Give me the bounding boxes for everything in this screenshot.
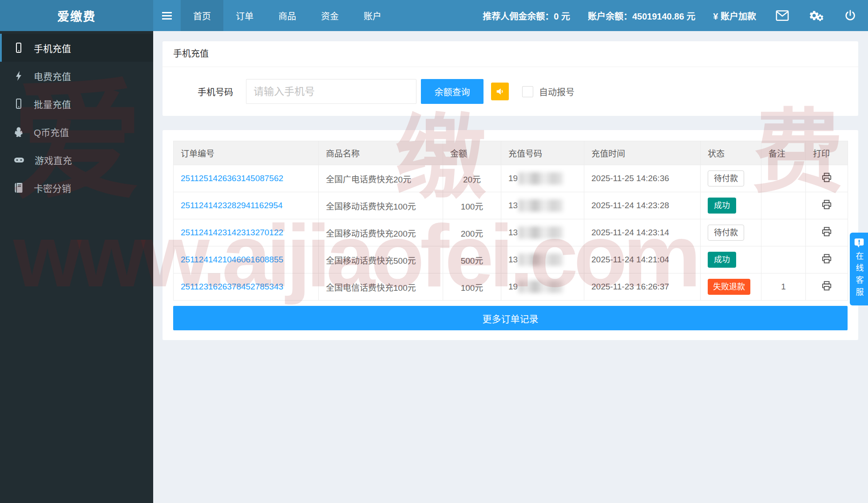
recharge-time: 2025-11-24 14:23:28 bbox=[584, 192, 701, 219]
remark bbox=[761, 192, 806, 219]
blurred-phone bbox=[519, 199, 563, 212]
order-id-link[interactable]: 2511241421046061608855 bbox=[181, 255, 283, 264]
order-id-link[interactable]: 2511241423142313270122 bbox=[181, 228, 283, 237]
print-button[interactable] bbox=[821, 253, 832, 265]
blurred-phone bbox=[519, 281, 563, 293]
recharge-phone-masked: 13 bbox=[508, 199, 563, 212]
main-menu: 首页 订单 商品 资金 账户 bbox=[181, 0, 394, 31]
column-header-amount: 金额 bbox=[443, 141, 501, 165]
sidebar-item-label: Q币充值 bbox=[34, 125, 69, 139]
print-button[interactable] bbox=[821, 172, 832, 183]
account-balance: 账户余额：45019140.86 元 bbox=[588, 9, 695, 22]
account-topup-link[interactable]: ¥ 账户加款 bbox=[713, 9, 756, 22]
blurred-phone bbox=[519, 226, 563, 239]
voice-announce-button[interactable] bbox=[491, 83, 509, 100]
nav-item-funds[interactable]: 资金 bbox=[309, 0, 351, 31]
recharge-form: 手机号码 余额查询 自动报号 bbox=[163, 67, 858, 116]
navbar-right: 推荐人佣金余额：0 元 账户余额：45019140.86 元 ¥ 账户加款 bbox=[465, 0, 868, 31]
product-name: 全国电信话费快充100元 bbox=[319, 273, 443, 301]
sidebar-item-label: 卡密分销 bbox=[34, 181, 71, 194]
table-row: 2511231626378452785343 全国电信话费快充100元 100元… bbox=[174, 273, 848, 301]
order-id-link[interactable]: 2511231626378452785343 bbox=[181, 282, 283, 291]
column-header-print: 打印 bbox=[806, 141, 848, 165]
order-id-link[interactable]: 2511251426363145087562 bbox=[181, 174, 283, 183]
remark: 1 bbox=[761, 273, 806, 301]
column-header-phone: 充值号码 bbox=[501, 141, 584, 165]
hamburger-icon bbox=[162, 15, 172, 16]
table-row: 2511251426363145087562 全国广电话费快充20元 20元 1… bbox=[174, 165, 848, 192]
sidebar: 手机充值 电费充值 批量充值 Q币充值 游戏直充 卡密分销 bbox=[0, 31, 153, 503]
printer-icon bbox=[821, 199, 832, 210]
settings-button[interactable] bbox=[809, 9, 824, 22]
recharge-phone-masked: 19 bbox=[508, 281, 563, 293]
phone-number-input[interactable] bbox=[246, 79, 416, 104]
balance-value: 45019140.86 元 bbox=[632, 12, 695, 21]
recharge-phone-masked: 19 bbox=[508, 172, 563, 185]
sidebar-item-label: 游戏直充 bbox=[35, 153, 72, 166]
balance-query-button[interactable]: 余额查询 bbox=[421, 79, 484, 104]
sidebar-item-qcoin-recharge[interactable]: Q币充值 bbox=[0, 118, 153, 146]
phone-prefix: 19 bbox=[508, 174, 518, 183]
sidebar-item-electricity-recharge[interactable]: 电费充值 bbox=[0, 62, 153, 90]
auto-announce-label: 自动报号 bbox=[539, 85, 575, 98]
recharge-time: 2025-11-24 14:21:04 bbox=[584, 246, 701, 273]
sidebar-item-mobile-recharge[interactable]: 手机充值 bbox=[0, 34, 153, 62]
status-badge[interactable]: 待付款 bbox=[708, 170, 744, 186]
recharge-panel: 手机充值 手机号码 余额查询 自动报号 bbox=[163, 41, 858, 116]
remark bbox=[761, 246, 806, 273]
product-name: 全国广电话费快充20元 bbox=[319, 165, 443, 192]
print-button[interactable] bbox=[821, 280, 832, 292]
print-button[interactable] bbox=[821, 199, 832, 210]
recharge-time: 2025-11-25 14:26:36 bbox=[584, 165, 701, 192]
qq-penguin-icon bbox=[13, 126, 24, 138]
online-service-tab[interactable]: 在线客服 bbox=[850, 233, 868, 305]
sidebar-item-card-distribution[interactable]: 卡密分销 bbox=[0, 174, 153, 202]
phone-prefix: 13 bbox=[508, 201, 518, 210]
print-button[interactable] bbox=[821, 226, 832, 238]
column-header-product: 商品名称 bbox=[319, 141, 443, 165]
amount: 20元 bbox=[443, 165, 501, 192]
more-orders-button[interactable]: 更多订单记录 bbox=[173, 306, 848, 330]
sidebar-toggle-button[interactable] bbox=[153, 0, 181, 31]
column-header-remark: 备注 bbox=[761, 141, 806, 165]
logout-button[interactable] bbox=[844, 9, 856, 22]
amount: 100元 bbox=[443, 192, 501, 219]
column-header-status: 状态 bbox=[701, 141, 761, 165]
remark bbox=[761, 165, 806, 192]
chat-bubble-icon bbox=[853, 238, 865, 249]
printer-icon bbox=[821, 172, 832, 183]
phone-prefix: 13 bbox=[508, 228, 518, 238]
sidebar-item-label: 电费充值 bbox=[34, 69, 71, 83]
envelope-icon bbox=[776, 10, 789, 21]
messages-button[interactable] bbox=[776, 10, 789, 21]
phone-number-label: 手机号码 bbox=[198, 85, 233, 98]
sidebar-item-batch-recharge[interactable]: 批量充值 bbox=[0, 90, 153, 118]
status-badge: 成功 bbox=[708, 198, 736, 214]
product-name: 全国移动话费快充100元 bbox=[319, 192, 443, 219]
nav-item-orders[interactable]: 订单 bbox=[223, 0, 266, 31]
orders-table: 订单编号 商品名称 金额 充值号码 充值时间 状态 备注 打印 25112514… bbox=[173, 141, 848, 301]
table-header-row: 订单编号 商品名称 金额 充值号码 充值时间 状态 备注 打印 bbox=[174, 141, 848, 165]
sidebar-item-game-recharge[interactable]: 游戏直充 bbox=[0, 146, 153, 174]
status-badge: 失败退款 bbox=[708, 279, 750, 295]
amount: 200元 bbox=[443, 219, 501, 246]
amount: 500元 bbox=[443, 246, 501, 273]
book-icon bbox=[13, 182, 24, 194]
order-id-link[interactable]: 2511241423282941162954 bbox=[181, 201, 283, 210]
mobile-phone-icon bbox=[13, 98, 24, 110]
status-badge[interactable]: 待付款 bbox=[708, 225, 744, 241]
remark bbox=[761, 219, 806, 246]
blurred-phone bbox=[519, 253, 563, 266]
nav-item-products[interactable]: 商品 bbox=[266, 0, 309, 31]
commission-value: 0 元 bbox=[554, 12, 570, 21]
speaker-icon bbox=[495, 87, 505, 96]
product-name: 全国移动话费快充200元 bbox=[319, 219, 443, 246]
auto-announce-checkbox[interactable] bbox=[522, 86, 533, 97]
gamepad-icon bbox=[13, 154, 25, 166]
nav-item-home[interactable]: 首页 bbox=[181, 0, 223, 31]
status-badge: 成功 bbox=[708, 252, 736, 268]
nav-item-account[interactable]: 账户 bbox=[351, 0, 394, 31]
table-row: 2511241421046061608855 全国移动话费快充500元 500元… bbox=[174, 246, 848, 273]
brand-logo[interactable]: 爱缴费 bbox=[0, 0, 153, 31]
online-service-label: 在线客服 bbox=[853, 252, 865, 300]
